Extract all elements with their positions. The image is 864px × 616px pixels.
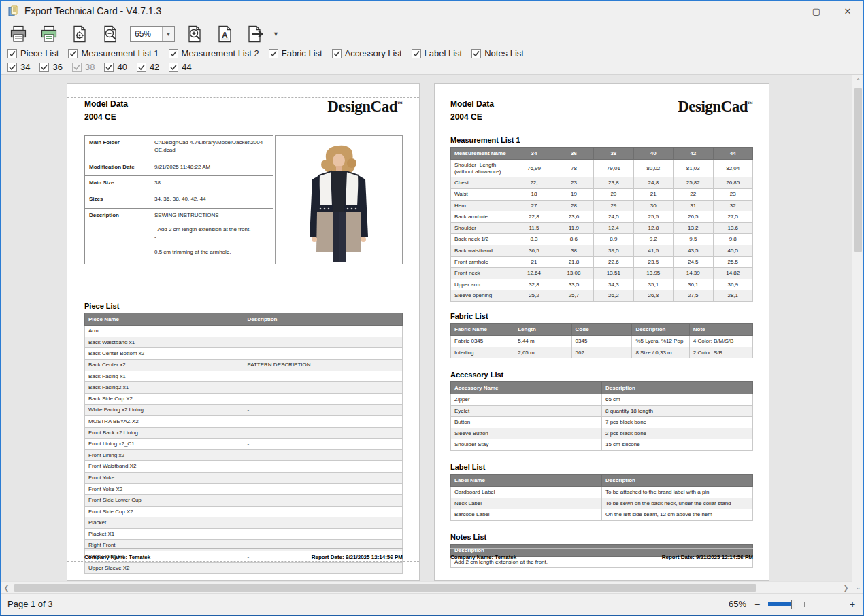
table-row: MOSTRA BEYAZ X2- <box>85 415 403 427</box>
checkbox-box <box>39 63 49 72</box>
table-cell: 39,5 <box>594 245 633 256</box>
export-button[interactable] <box>245 23 267 45</box>
table-cell: 34,3 <box>594 279 633 290</box>
table-cell: Front Side Cup X2 <box>85 506 244 517</box>
close-button[interactable]: ✕ <box>832 1 863 21</box>
column-header: Description <box>632 323 689 335</box>
table-cell: 23,8 <box>594 177 633 189</box>
vertical-scrollbar[interactable]: ⌃ ⌄ <box>852 75 863 593</box>
checkbox-measurement-list-1[interactable]: Measurement List 1 <box>68 48 159 58</box>
table-cell: 34, 36, 38, 40, 42, 44 <box>150 192 273 209</box>
export-dropdown-caret[interactable]: ▼ <box>273 31 279 37</box>
table-row: Front armhole2121,822,623,524,525,5 <box>451 256 753 268</box>
check-icon <box>105 64 112 71</box>
checkbox-size-34[interactable]: 34 <box>7 62 30 72</box>
table-cell: Main Folder <box>85 136 150 160</box>
checkbox-accessory-list[interactable]: Accessory List <box>332 48 402 58</box>
table-cell: Description <box>85 208 150 264</box>
text-settings-button[interactable]: A <box>214 23 236 45</box>
table-cell: Front Side Lower Cup <box>85 495 244 507</box>
table-cell: 27,5 <box>713 211 753 223</box>
zoom-out-button[interactable] <box>99 23 121 45</box>
page-zoom-out-icon <box>101 24 120 44</box>
table-row: Shoulder Stay15 cm silicone <box>451 439 753 451</box>
table-cell <box>244 382 403 394</box>
vertical-scroll-thumb[interactable] <box>854 88 862 252</box>
zoom-out-minus-button[interactable]: − <box>753 599 761 610</box>
footer-report-date: Report Date: 9/21/2025 12:14:56 PM <box>312 554 403 560</box>
preview-page-1: Model Data 2004 CE DesignCad™ Main Folde… <box>67 83 420 581</box>
minimize-button[interactable]: — <box>769 1 801 21</box>
checkbox-size-36[interactable]: 36 <box>39 62 62 72</box>
toolbar: 65% ▼ A <box>1 21 863 47</box>
quick-print-button[interactable] <box>38 23 60 45</box>
table-cell: 25,5 <box>633 211 673 223</box>
checkbox-box <box>332 49 342 58</box>
model-photo-illustration <box>276 136 402 264</box>
table-cell: 21 <box>514 256 554 268</box>
print-button[interactable] <box>7 23 29 45</box>
table-cell: Button <box>451 417 602 428</box>
table-cell: Back Center Bottom x2 <box>85 348 244 360</box>
model-info-table: Main FolderC:\DesignCad 4.7\Library\Mode… <box>84 135 273 264</box>
column-header: Description <box>602 382 753 394</box>
table-cell: 24,5 <box>594 211 633 223</box>
table-cell: 26,2 <box>594 290 633 302</box>
table-cell: - <box>244 405 403 416</box>
table-cell: C:\DesignCad 4.7\Library\Model\Jacket\20… <box>150 136 273 160</box>
table-cell: Placket X1 <box>85 528 244 540</box>
scroll-left-arrow-icon[interactable]: ❮ <box>1 582 12 593</box>
measurement-list-table: Measurement Name343638404244 Shoulder~Le… <box>450 147 753 302</box>
zoom-combobox[interactable]: 65% ▼ <box>130 26 175 42</box>
page-footer: Company Name: Tematek Report Date: 9/21/… <box>450 548 753 560</box>
column-header: Note <box>689 323 752 335</box>
maximize-button[interactable]: ▢ <box>801 1 832 21</box>
table-row: White Facing x2 Lining- <box>85 405 403 416</box>
table-cell: Sizes <box>85 192 150 209</box>
header-divider <box>84 129 403 129</box>
chevron-down-icon[interactable]: ▼ <box>162 27 174 41</box>
preview-page-2: Model Data 2004 CE DesignCad™ Measuremen… <box>434 83 769 581</box>
checkbox-measurement-list-2[interactable]: Measurement List 2 <box>169 48 259 58</box>
table-cell: 21 <box>633 188 673 200</box>
scroll-up-arrow-icon[interactable]: ⌃ <box>852 75 863 86</box>
table-cell: 27,5 <box>674 290 713 302</box>
table-row: Shoulder~Length (without allowance)76,99… <box>451 160 753 177</box>
table-cell: 11,5 <box>514 222 554 234</box>
checkbox-size-44[interactable]: 44 <box>169 62 191 72</box>
table-cell: 562 <box>571 347 632 358</box>
checkbox-size-40[interactable]: 40 <box>104 62 127 72</box>
table-row: Sleeve opening25,225,726,226,827,528,1 <box>451 290 753 302</box>
table-cell: 26,85 <box>713 177 753 189</box>
checkbox-fabric-list[interactable]: Fabric List <box>269 48 322 58</box>
table-cell: 33,5 <box>554 279 593 290</box>
checkbox-label-list[interactable]: Label List <box>412 48 463 58</box>
scroll-right-arrow-icon[interactable]: ❯ <box>840 582 852 593</box>
table-cell: 30 <box>633 200 673 211</box>
zoom-in-plus-button[interactable]: + <box>848 599 857 610</box>
table-cell: Upper Sleeve X2 <box>85 562 244 574</box>
horizontal-scroll-thumb[interactable] <box>14 584 756 592</box>
table-cell: 81,03 <box>674 160 713 177</box>
checkbox-notes-list[interactable]: Notes List <box>471 48 524 58</box>
checkbox-box <box>269 49 278 58</box>
check-icon <box>333 50 340 57</box>
table-cell: SEWING INSTRUCTIONS - Add 2 cm length ex… <box>150 208 273 264</box>
page-setup-button[interactable] <box>69 23 90 45</box>
table-cell: 13,95 <box>633 268 673 279</box>
table-cell: 25,5 <box>713 256 753 268</box>
fabric-list-table: Fabric NameLengthCodeDescriptionNote Fab… <box>450 323 753 358</box>
model-photo <box>275 135 403 264</box>
zoom-slider-thumb[interactable] <box>791 600 795 609</box>
zoom-in-button[interactable] <box>184 23 205 45</box>
table-cell: White Facing x2 Lining <box>85 405 244 416</box>
table-cell: Waist <box>451 188 514 200</box>
checkbox-piece-list[interactable]: Piece List <box>7 48 59 58</box>
table-cell: 24,5 <box>674 256 713 268</box>
scroll-down-arrow-icon[interactable]: ⌄ <box>852 581 863 593</box>
checkbox-size-42[interactable]: 42 <box>137 62 159 72</box>
table-cell: Front Lining x2_C1 <box>85 439 244 450</box>
table-row: Back Center x2PATTERN DESCRIPTION <box>85 359 403 371</box>
horizontal-scrollbar[interactable]: ❮ ❯ <box>1 581 852 593</box>
zoom-slider[interactable] <box>768 600 842 609</box>
